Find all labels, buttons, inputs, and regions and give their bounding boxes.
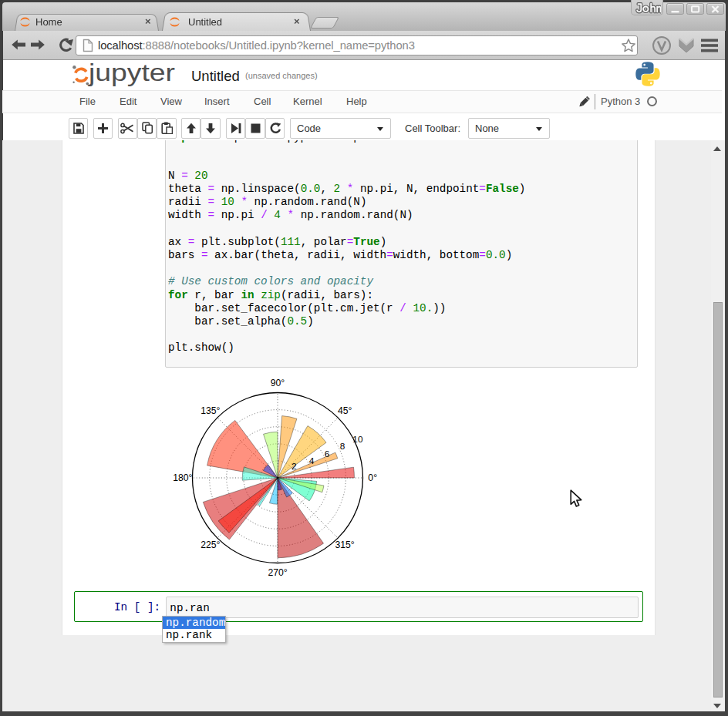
svg-text:45°: 45°: [338, 405, 352, 416]
svg-text:315°: 315°: [335, 540, 354, 550]
svg-text:270°: 270°: [268, 567, 287, 578]
svg-text:2: 2: [292, 461, 297, 472]
svg-text:225°: 225°: [201, 540, 220, 550]
svg-text:8: 8: [340, 441, 345, 452]
svg-text:180°: 180°: [173, 472, 192, 483]
svg-text:0°: 0°: [368, 472, 377, 483]
svg-text:jupyter: jupyter: [88, 59, 175, 86]
svg-text:6: 6: [325, 449, 330, 459]
svg-text:4: 4: [309, 455, 315, 466]
svg-text:10: 10: [352, 434, 363, 445]
svg-text:90°: 90°: [271, 378, 285, 388]
svg-text:135°: 135°: [201, 405, 220, 416]
